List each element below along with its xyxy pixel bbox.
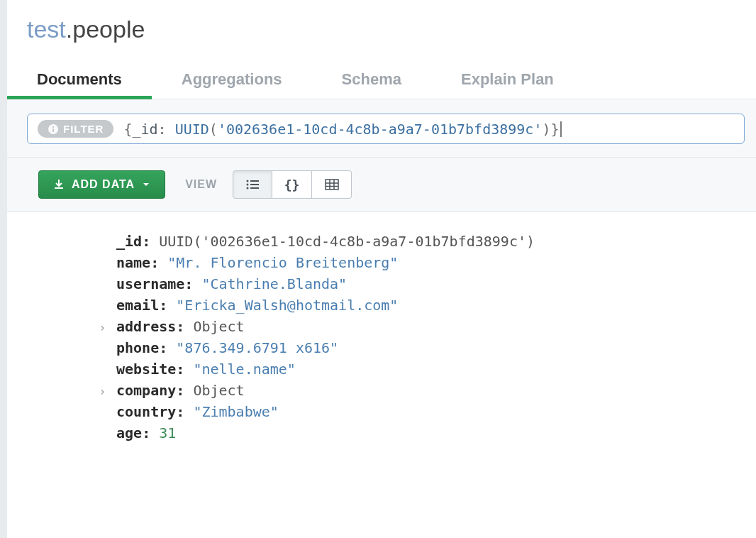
- field-key: username: [116, 275, 184, 292]
- field-row[interactable]: name: "Mr. Florencio Breitenberg": [116, 252, 725, 273]
- field-key: _id: [116, 233, 142, 250]
- tab-bar: DocumentsAggregationsSchemaExplain Plan: [7, 60, 756, 99]
- field-value: "Zimbabwe": [193, 403, 278, 420]
- filter-bar: FILTER {_id: UUID('002636e1-10cd-4c8b-a9…: [7, 99, 756, 158]
- field-colon: :: [176, 318, 193, 335]
- filter-input-container[interactable]: FILTER {_id: UUID('002636e1-10cd-4c8b-a9…: [27, 114, 745, 144]
- filter-pill[interactable]: FILTER: [38, 120, 113, 138]
- tab-aggregations[interactable]: Aggregations: [152, 60, 312, 99]
- field-colon: :: [159, 339, 176, 356]
- braces-icon: {}: [284, 177, 300, 192]
- field-row[interactable]: website: "nelle.name": [116, 358, 725, 380]
- view-list-button[interactable]: [233, 170, 272, 199]
- field-row[interactable]: email: "Ericka_Walsh@hotmail.com": [116, 295, 725, 316]
- field-row[interactable]: ›company: Object: [116, 380, 725, 401]
- field-key: email: [116, 297, 159, 314]
- field-colon: :: [176, 382, 193, 399]
- filter-query-text[interactable]: {_id: UUID('002636e1-10cd-4c8b-a9a7-01b7…: [123, 121, 734, 138]
- tab-schema[interactable]: Schema: [312, 60, 431, 99]
- svg-point-8: [247, 187, 249, 190]
- document-panel: _id: UUID('002636e1-10cd-4c8b-a9a7-01b7b…: [7, 212, 756, 475]
- field-value: 31: [159, 424, 176, 441]
- field-row[interactable]: _id: UUID('002636e1-10cd-4c8b-a9a7-01b7b…: [116, 231, 725, 252]
- field-value: "876.349.6791 x616": [176, 339, 338, 356]
- svg-rect-2: [52, 126, 54, 128]
- svg-rect-9: [250, 187, 259, 189]
- field-key: name: [116, 254, 150, 271]
- field-colon: :: [142, 424, 159, 441]
- field-colon: :: [176, 403, 193, 420]
- field-colon: :: [150, 254, 167, 271]
- view-table-button[interactable]: [312, 170, 352, 199]
- field-row[interactable]: username: "Cathrine.Blanda": [116, 273, 725, 295]
- svg-point-6: [247, 184, 249, 186]
- view-json-button[interactable]: {}: [272, 170, 312, 199]
- filter-pill-label: FILTER: [63, 123, 104, 135]
- expand-caret-icon[interactable]: ›: [99, 384, 106, 400]
- tab-explain-plan[interactable]: Explain Plan: [431, 60, 584, 99]
- field-value: "Cathrine.Blanda": [201, 275, 347, 292]
- add-data-label: ADD DATA: [72, 178, 135, 191]
- field-colon: :: [176, 361, 193, 378]
- field-key: country: [116, 403, 176, 420]
- field-colon: :: [159, 297, 176, 314]
- field-value: Object: [193, 318, 244, 335]
- field-row[interactable]: age: 31: [116, 422, 725, 444]
- download-icon: [53, 179, 65, 190]
- field-value: "Mr. Florencio Breitenberg": [167, 254, 398, 271]
- svg-rect-5: [250, 180, 259, 182]
- chevron-down-icon: [142, 180, 150, 189]
- field-value: "Ericka_Walsh@hotmail.com": [176, 297, 398, 314]
- database-name: test: [27, 16, 66, 43]
- field-colon: :: [142, 233, 159, 250]
- field-value: Object: [193, 382, 244, 399]
- info-icon: [48, 123, 59, 135]
- svg-point-4: [247, 180, 249, 182]
- field-value: UUID('002636e1-10cd-4c8b-a9a7-01b7bfd389…: [159, 233, 535, 250]
- svg-rect-3: [55, 187, 63, 189]
- field-row[interactable]: country: "Zimbabwe": [116, 401, 725, 422]
- field-colon: :: [184, 275, 201, 292]
- field-row[interactable]: ›address: Object: [116, 316, 725, 337]
- table-icon: [325, 179, 339, 190]
- document-content: _id: UUID('002636e1-10cd-4c8b-a9a7-01b7b…: [38, 231, 725, 444]
- tab-documents[interactable]: Documents: [7, 60, 152, 99]
- svg-rect-10: [326, 180, 338, 190]
- field-key: phone: [116, 339, 159, 356]
- text-caret: [560, 121, 562, 137]
- field-key: company: [116, 382, 176, 399]
- svg-rect-7: [250, 184, 259, 185]
- field-key: website: [116, 361, 176, 378]
- add-data-button[interactable]: ADD DATA: [38, 170, 165, 199]
- field-key: address: [116, 318, 176, 335]
- documents-toolbar: ADD DATA VIEW {}: [7, 158, 756, 212]
- view-label: VIEW: [185, 178, 217, 191]
- view-mode-toggle: {}: [233, 170, 352, 199]
- field-row[interactable]: phone: "876.349.6791 x616": [116, 337, 725, 358]
- collection-name: .people: [66, 16, 145, 43]
- list-icon: [245, 179, 260, 190]
- svg-rect-1: [52, 128, 54, 132]
- expand-caret-icon[interactable]: ›: [99, 320, 106, 336]
- namespace-title: test.people: [7, 0, 756, 60]
- field-value: "nelle.name": [193, 361, 296, 378]
- field-key: age: [116, 424, 142, 441]
